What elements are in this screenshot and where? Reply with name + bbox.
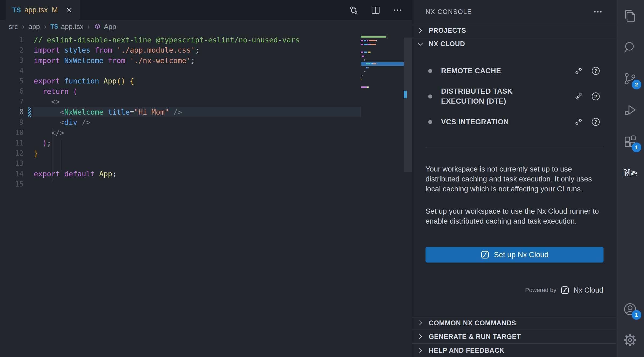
cloud-item-remote-cache: REMOTE CACHE? xyxy=(428,63,601,79)
ellipsis-icon[interactable] xyxy=(393,5,403,15)
code-line-14[interactable]: 14export default App; xyxy=(0,169,412,179)
activity-source-control-button[interactable]: 2 xyxy=(616,63,644,94)
section-help-and-feedback[interactable]: HELP AND FEEDBACK xyxy=(412,343,616,357)
cloud-paragraph: Set up your workspace to use the Nx Clou… xyxy=(425,206,602,226)
status-dot xyxy=(428,120,432,124)
section-projects[interactable]: PROJECTS xyxy=(412,24,616,37)
split-editor-icon[interactable] xyxy=(371,5,381,15)
help-icon-button[interactable]: ? xyxy=(591,66,601,76)
section-nx-cloud[interactable]: NX CLOUD xyxy=(412,37,616,50)
breadcrumb[interactable]: src›app›TSapp.tsx›App xyxy=(0,20,116,33)
breadcrumb-item-app[interactable]: app xyxy=(28,23,40,31)
code-text: export function App() { xyxy=(34,77,134,85)
activity-nx-button[interactable]: N≥ xyxy=(616,157,644,188)
ellipsis-icon xyxy=(393,5,403,15)
powered-by-label: Powered by xyxy=(525,287,556,294)
breadcrumb-item-src[interactable]: src xyxy=(9,23,18,31)
cloud-item-label: VCS INTEGRATION xyxy=(441,117,548,127)
line-number: 11 xyxy=(0,139,24,147)
line-number: 14 xyxy=(0,170,24,178)
code-line-6[interactable]: 6 return ( xyxy=(0,86,412,96)
tab-app-tsx[interactable]: TS app.tsx M xyxy=(6,0,80,20)
line-number: 10 xyxy=(0,129,24,137)
status-dot xyxy=(428,69,432,73)
code-line-13[interactable]: 13 xyxy=(0,158,412,169)
code-text: <div /> xyxy=(34,118,90,126)
help-icon: ? xyxy=(591,66,601,76)
activity-settings-button[interactable] xyxy=(616,325,644,355)
section-generate-run-target[interactable]: GENERATE & RUN TARGET xyxy=(412,330,616,343)
scrollbar-slider[interactable] xyxy=(404,38,412,172)
minimap-line xyxy=(361,81,404,85)
git-compare-icon[interactable] xyxy=(349,5,359,15)
nx-cloud-icon xyxy=(560,286,569,295)
code-line-11[interactable]: 11 ); xyxy=(0,138,412,148)
activity-account-button[interactable]: 1 xyxy=(616,294,644,325)
code-line-12[interactable]: 12} xyxy=(0,148,412,158)
minimap-line xyxy=(361,43,404,46)
nx-cloud-icon xyxy=(480,250,490,259)
line-number: 12 xyxy=(0,149,24,157)
code-line-4[interactable]: 4 xyxy=(0,65,412,76)
nx-cloud-brand-label: Nx Cloud xyxy=(573,286,603,294)
activity-search-button[interactable] xyxy=(616,31,644,63)
connect-icon-button[interactable] xyxy=(573,66,584,76)
code-line-1[interactable]: 1// eslint-disable-next-line @typescript… xyxy=(0,35,412,45)
breadcrumb-separator: › xyxy=(44,23,46,31)
connect-icon xyxy=(573,117,584,127)
code-line-15[interactable]: 15 xyxy=(0,179,412,189)
help-icon-button[interactable]: ? xyxy=(591,117,601,127)
overview-modified-marker xyxy=(404,91,407,98)
breadcrumb-separator: › xyxy=(22,23,24,31)
help-icon-button[interactable]: ? xyxy=(591,91,601,101)
git-compare-icon xyxy=(349,5,359,15)
minimap-line xyxy=(361,85,404,89)
code-line-8[interactable]: 8 <NxWelcome title="Hi Mom" /> xyxy=(0,107,412,117)
close-tab-button[interactable] xyxy=(65,6,73,14)
line-number: 2 xyxy=(0,46,24,54)
nx-cloud-section-body: REMOTE CACHE?DISTRIBUTED TASK EXECUTION … xyxy=(412,50,616,295)
chevron-right-icon xyxy=(416,319,424,327)
chevron-right-icon xyxy=(416,27,424,35)
activity-debug-button[interactable] xyxy=(616,94,644,126)
code-line-10[interactable]: 10 </> xyxy=(0,128,412,138)
chevron-right-icon xyxy=(416,27,424,35)
section-label: PROJECTS xyxy=(429,27,466,34)
files-icon xyxy=(623,9,637,23)
minimap-line xyxy=(361,35,404,39)
code-line-2[interactable]: 2import styles from './app.module.css'; xyxy=(0,45,412,55)
chevron-right-icon xyxy=(416,346,424,354)
code-line-3[interactable]: 3import NxWelcome from './nx-welcome'; xyxy=(0,55,412,65)
connect-icon-button[interactable] xyxy=(573,117,584,127)
line-number: 7 xyxy=(0,98,24,106)
breadcrumb-item-app-tsx[interactable]: TSapp.tsx xyxy=(50,23,83,31)
code-line-7[interactable]: 7 <> xyxy=(0,97,412,107)
connect-icon-button[interactable] xyxy=(573,91,584,101)
section-common-nx-commands[interactable]: COMMON NX COMMANDS xyxy=(412,316,616,330)
setup-nx-cloud-button[interactable]: Set up Nx Cloud xyxy=(425,247,604,263)
gutter xyxy=(24,169,34,179)
activity-files-button[interactable] xyxy=(616,0,644,31)
gutter xyxy=(24,65,34,76)
modified-badge: M xyxy=(52,6,58,14)
breadcrumb-label: App xyxy=(104,23,116,31)
code-line-5[interactable]: 5export function App() { xyxy=(0,76,412,86)
notification-badge: 2 xyxy=(632,80,641,89)
code-editor[interactable]: 1// eslint-disable-next-line @typescript… xyxy=(0,33,412,357)
connect-icon xyxy=(573,66,584,76)
gutter xyxy=(24,45,34,55)
svg-text:?: ? xyxy=(594,119,597,125)
cloud-item-distributed-task-execution-dte-: DISTRIBUTED TASK EXECUTION (DTE)? xyxy=(428,86,601,106)
code-line-9[interactable]: 9 <div /> xyxy=(0,117,412,128)
line-number: 15 xyxy=(0,180,24,188)
activity-extensions-button[interactable]: 1 xyxy=(616,126,644,157)
svg-text:N≥: N≥ xyxy=(623,168,637,178)
typescript-icon: TS xyxy=(12,6,21,14)
minimap-line xyxy=(361,39,404,42)
minimap[interactable] xyxy=(361,35,404,93)
gutter xyxy=(24,148,34,158)
minimap-line xyxy=(361,70,404,74)
more-actions-button[interactable] xyxy=(593,7,603,17)
nx-cloud-icon xyxy=(480,250,490,259)
breadcrumb-item-app[interactable]: App xyxy=(94,23,116,31)
